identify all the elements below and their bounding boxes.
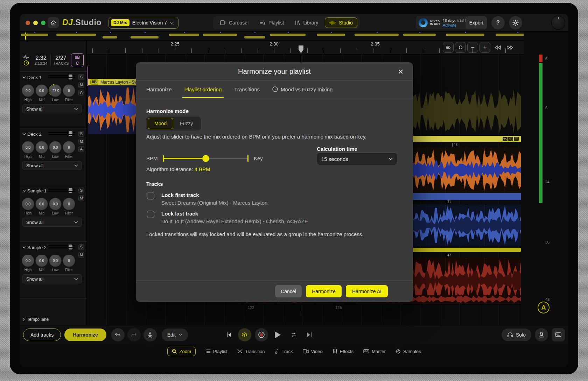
lock-last-track-checkbox[interactable] bbox=[147, 211, 154, 218]
mute-button[interactable]: M bbox=[78, 195, 84, 201]
dock-effects[interactable]: Effects bbox=[332, 349, 354, 354]
window-minimize-button[interactable] bbox=[33, 21, 38, 25]
knob-mid[interactable]: 0.0Mid bbox=[35, 84, 49, 102]
shortcuts-button[interactable] bbox=[552, 328, 565, 341]
bpm-key-slider[interactable] bbox=[163, 154, 248, 163]
harmonize-ai-button[interactable]: Harmonize AI bbox=[346, 285, 388, 297]
mix-selector[interactable]: DJ Mix Electric Vision 7 bbox=[108, 17, 178, 29]
fast-forward-button[interactable] bbox=[504, 42, 515, 53]
volume-fader[interactable] bbox=[48, 188, 75, 193]
volume-fader[interactable] bbox=[48, 245, 75, 249]
add-tracks-button[interactable]: Add tracks bbox=[23, 329, 61, 341]
show-all-dropdown[interactable]: Show all bbox=[22, 218, 82, 227]
record-button[interactable] bbox=[255, 328, 268, 341]
knob-filter[interactable]: 0Filter bbox=[62, 254, 76, 272]
mute-button[interactable]: M bbox=[78, 139, 84, 144]
modal-close-button[interactable]: ✕ bbox=[396, 66, 406, 77]
knob-high[interactable]: 0.0High bbox=[21, 84, 35, 102]
modal-harmonize-button[interactable]: Harmonize bbox=[306, 285, 342, 297]
fader-handle[interactable] bbox=[69, 188, 72, 193]
dock-samples[interactable]: Samples bbox=[396, 349, 421, 354]
nav-tab-studio[interactable]: Studio bbox=[325, 17, 357, 28]
dock-transition[interactable]: Transition bbox=[237, 349, 265, 354]
dock-track[interactable]: Track bbox=[275, 349, 293, 354]
solo-button[interactable]: S bbox=[78, 244, 84, 250]
solo-button[interactable]: S bbox=[78, 74, 84, 80]
tempo-lane-row[interactable]: 122 125 bbox=[237, 304, 521, 312]
current-key-badge[interactable]: 8B C bbox=[71, 53, 84, 67]
snap-button[interactable] bbox=[455, 42, 466, 53]
solo-button-master[interactable]: Solo bbox=[502, 329, 531, 341]
lock-first-track-checkbox[interactable] bbox=[147, 192, 154, 199]
channel-header-deck2[interactable]: Deck 2 bbox=[22, 132, 41, 137]
harmonize-button[interactable]: Harmonize bbox=[64, 329, 106, 341]
knob-low[interactable]: 0.0Low bbox=[48, 141, 62, 158]
tab-transitions[interactable]: Transitions bbox=[234, 80, 260, 98]
nav-tab-playlist[interactable]: Playlist bbox=[255, 17, 288, 28]
dock-video[interactable]: Video bbox=[303, 349, 323, 354]
show-all-dropdown[interactable]: Show all bbox=[22, 104, 82, 113]
knob-filter[interactable]: 0Filter bbox=[62, 198, 76, 215]
export-button[interactable]: Export bbox=[465, 16, 487, 29]
time-ruler[interactable]: 2:25 2:30 2:35 − + bbox=[87, 41, 524, 55]
mode-mood-button[interactable]: Mood bbox=[148, 118, 173, 129]
snap-playhead-button[interactable] bbox=[238, 328, 251, 341]
tab-mood-vs-fuzzy[interactable]: Mood vs Fuzzy mixing bbox=[272, 80, 332, 98]
dock-playlist[interactable]: Playlist bbox=[205, 349, 227, 354]
knob-filter[interactable]: 0Filter bbox=[62, 141, 76, 158]
auto-button[interactable]: A bbox=[78, 146, 84, 152]
dock-zoom[interactable]: Zoom bbox=[167, 347, 196, 356]
skip-start-button[interactable] bbox=[224, 332, 234, 338]
calculation-time-select[interactable]: 15 seconds bbox=[317, 153, 397, 165]
volume-fader[interactable] bbox=[48, 75, 75, 79]
show-all-dropdown[interactable]: Show all bbox=[22, 161, 82, 170]
play-button[interactable] bbox=[272, 331, 284, 339]
show-all-dropdown[interactable]: Show all bbox=[22, 274, 82, 283]
knob-high[interactable]: 0.0High bbox=[21, 254, 35, 272]
help-button[interactable]: ? bbox=[491, 16, 505, 29]
undo-button[interactable] bbox=[111, 328, 125, 341]
metronome-button[interactable] bbox=[535, 328, 548, 341]
rewind-button[interactable] bbox=[492, 42, 503, 53]
channel-header-sample1[interactable]: Sample 1 bbox=[22, 188, 47, 193]
mute-button[interactable]: M bbox=[78, 252, 84, 258]
redo-button[interactable] bbox=[127, 328, 141, 341]
fader-handle[interactable] bbox=[69, 75, 72, 79]
volume-fader[interactable] bbox=[48, 131, 75, 136]
nav-tab-carousel[interactable]: Carousel bbox=[216, 17, 253, 28]
knob-mid[interactable]: 0.0Mid bbox=[35, 254, 49, 272]
home-button[interactable] bbox=[48, 17, 59, 28]
mute-button[interactable]: M bbox=[78, 82, 84, 88]
tab-playlist-ordering[interactable]: Playlist ordering bbox=[184, 80, 222, 98]
knob-mid[interactable]: 0.0Mid bbox=[35, 198, 49, 215]
tempo-lane-toggle[interactable]: Tempo lane bbox=[22, 317, 49, 322]
knob-high[interactable]: 0.0High bbox=[21, 141, 35, 158]
fader-handle[interactable] bbox=[69, 131, 72, 136]
minimap[interactable] bbox=[20, 31, 524, 41]
settings-button[interactable] bbox=[509, 16, 522, 29]
skip-end-button[interactable] bbox=[304, 332, 314, 338]
knob-low[interactable]: 0.0Low bbox=[48, 254, 62, 272]
playhead-handle[interactable] bbox=[299, 45, 303, 53]
auto-button[interactable]: A bbox=[78, 90, 84, 96]
mode-fuzzy-button[interactable]: Fuzzy bbox=[173, 118, 200, 129]
edit-menu-button[interactable]: Edit bbox=[162, 329, 188, 341]
automix-badge[interactable]: A bbox=[538, 302, 550, 313]
cut-button[interactable] bbox=[144, 328, 157, 341]
cancel-button[interactable]: Cancel bbox=[275, 285, 302, 297]
channel-header-sample2[interactable]: Sample 2 bbox=[22, 245, 47, 250]
slider-thumb[interactable] bbox=[202, 155, 209, 162]
fader-handle[interactable] bbox=[69, 245, 72, 249]
knob-low[interactable]: -28.0Low bbox=[48, 84, 62, 102]
nav-tab-library[interactable]: Library bbox=[290, 17, 323, 28]
knob-filter[interactable]: 0Filter bbox=[62, 84, 76, 102]
solo-button[interactable]: S bbox=[78, 188, 84, 193]
arrange-button[interactable] bbox=[443, 42, 454, 53]
knob-mid[interactable]: 0.0Mid bbox=[35, 141, 49, 158]
master-volume-knob[interactable] bbox=[551, 16, 565, 30]
dock-master[interactable]: Master bbox=[363, 349, 386, 354]
loop-button[interactable] bbox=[287, 328, 300, 341]
knob-low[interactable]: 0.0Low bbox=[48, 198, 62, 215]
window-zoom-button[interactable] bbox=[41, 21, 46, 25]
solo-button[interactable]: S bbox=[78, 131, 84, 137]
